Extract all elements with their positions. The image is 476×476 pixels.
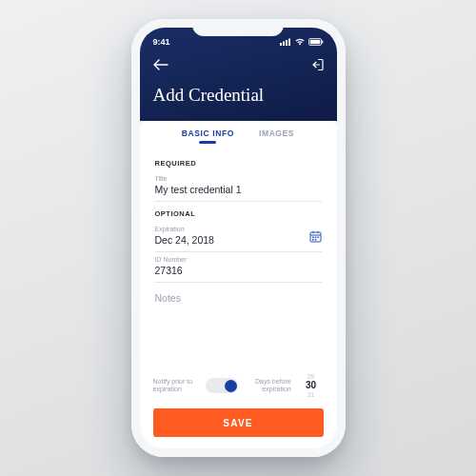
svg-rect-5 xyxy=(309,40,320,45)
exit-icon xyxy=(310,58,324,71)
field-notes[interactable]: Notes xyxy=(155,283,322,311)
notify-row: Notify prior to expiration Days before e… xyxy=(153,373,324,399)
svg-rect-0 xyxy=(280,43,282,46)
back-button[interactable] xyxy=(153,59,169,70)
days-current: 30 xyxy=(299,380,324,391)
svg-rect-12 xyxy=(314,237,316,239)
arrow-left-icon xyxy=(153,59,169,70)
section-required: REQUIRED xyxy=(155,159,322,168)
field-expiration[interactable]: Expiration Dec 24, 2018 xyxy=(155,222,322,252)
days-prev: 29 xyxy=(299,373,324,381)
field-id-number-value: 27316 xyxy=(155,265,322,276)
svg-rect-11 xyxy=(312,237,314,239)
field-id-number[interactable]: ID Number 27316 xyxy=(155,252,322,283)
status-time: 9:41 xyxy=(153,37,170,47)
save-button[interactable]: SAVE xyxy=(153,408,324,437)
wifi-icon xyxy=(294,38,306,46)
section-optional: OPTIONAL xyxy=(155,209,322,218)
days-picker[interactable]: 29 30 31 xyxy=(299,373,324,399)
form-area: REQUIRED Title My test credential 1 OPTI… xyxy=(140,144,337,366)
svg-rect-3 xyxy=(288,39,290,47)
svg-rect-6 xyxy=(322,41,323,44)
tab-bar: BASIC INFO IMAGES xyxy=(140,117,337,144)
app-header: 9:41 Add Credential xyxy=(140,28,337,121)
exit-button[interactable] xyxy=(310,58,324,71)
svg-rect-14 xyxy=(312,239,314,241)
content-card: BASIC INFO IMAGES REQUIRED Title My test… xyxy=(140,117,337,448)
notify-right-label: Days before expiration xyxy=(246,378,291,395)
field-notes-placeholder: Notes xyxy=(155,287,322,306)
field-id-number-label: ID Number xyxy=(155,256,322,263)
phone-frame: 9:41 Add Credential BASIC INFO xyxy=(131,19,346,457)
screen: 9:41 Add Credential BASIC INFO xyxy=(140,28,337,448)
notify-left-label: Notify prior to expiration xyxy=(153,378,199,395)
device-notch xyxy=(192,19,284,36)
nav-bar xyxy=(153,56,324,73)
svg-rect-1 xyxy=(283,42,285,47)
field-title[interactable]: Title My test credential 1 xyxy=(155,171,322,202)
signal-icon xyxy=(280,38,291,46)
calendar-icon[interactable] xyxy=(309,229,322,247)
battery-icon xyxy=(308,38,324,46)
status-icons xyxy=(280,38,324,46)
field-expiration-label: Expiration xyxy=(155,226,322,232)
toggle-knob xyxy=(225,380,237,392)
field-title-value: My test credential 1 xyxy=(155,184,322,195)
field-title-label: Title xyxy=(155,175,322,182)
tab-basic-info[interactable]: BASIC INFO xyxy=(182,129,234,138)
svg-rect-13 xyxy=(317,237,319,239)
page-title: Add Credential xyxy=(153,85,324,106)
days-next: 31 xyxy=(299,391,324,399)
bottom-panel: Notify prior to expiration Days before e… xyxy=(140,366,337,448)
tab-images[interactable]: IMAGES xyxy=(259,129,294,138)
notify-toggle[interactable] xyxy=(206,378,238,393)
svg-rect-2 xyxy=(286,40,288,46)
field-expiration-value: Dec 24, 2018 xyxy=(155,234,322,246)
svg-rect-15 xyxy=(314,239,316,241)
